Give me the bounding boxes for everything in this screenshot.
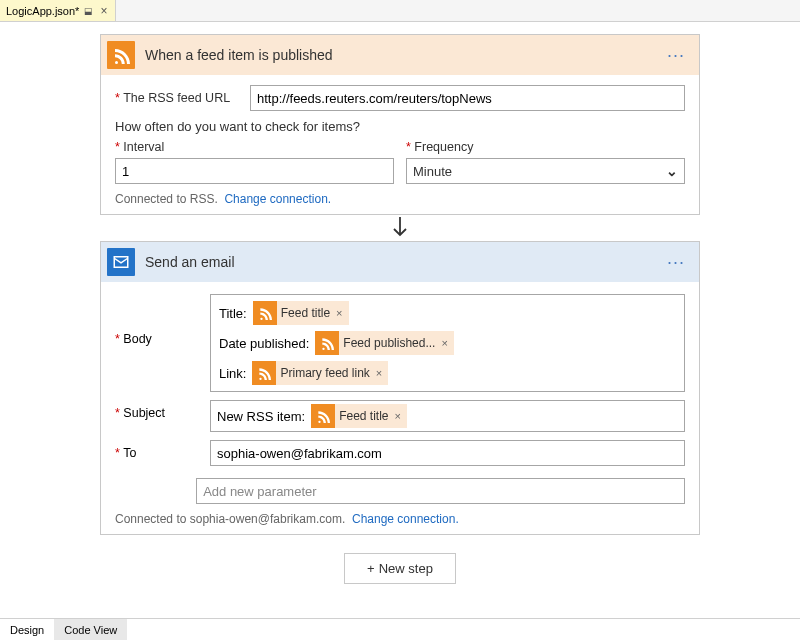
action-card: Send an email ··· * Body Title: Feed tit… [100, 241, 700, 535]
rss-icon [311, 404, 335, 428]
rss-icon [315, 331, 339, 355]
trigger-title: When a feed item is published [145, 47, 663, 63]
rss-icon [107, 41, 135, 69]
close-icon[interactable]: × [98, 4, 109, 18]
to-label: * To [115, 440, 210, 460]
token-primary-feed-link[interactable]: Primary feed link × [252, 361, 388, 385]
action-connection-status: Connected to sophia-owen@fabrikam.com. C… [115, 512, 685, 526]
interval-input[interactable] [115, 158, 394, 184]
trigger-header[interactable]: When a feed item is published ··· [101, 35, 699, 75]
connector-arrow [390, 215, 410, 241]
token-remove-icon[interactable]: × [395, 410, 401, 422]
frequency-value: Minute [413, 164, 452, 179]
tab-code-view[interactable]: Code View [54, 619, 127, 640]
how-often-label: How often do you want to check for items… [115, 119, 685, 134]
new-step-button[interactable]: +New step [344, 553, 456, 584]
subject-prefix: New RSS item: [217, 409, 305, 424]
interval-label: * Interval [115, 140, 394, 154]
rss-icon [252, 361, 276, 385]
action-header[interactable]: Send an email ··· [101, 242, 699, 282]
file-tab-title: LogicApp.json* [6, 5, 79, 17]
trigger-menu-button[interactable]: ··· [663, 45, 689, 66]
body-input[interactable]: Title: Feed title × Date published: Feed… [210, 294, 685, 392]
trigger-connection-status: Connected to RSS. Change connection. [115, 192, 685, 206]
pin-icon[interactable]: ⬓ [84, 6, 93, 16]
body-label: * Body [115, 294, 210, 346]
feed-url-label: * The RSS feed URL [115, 91, 240, 105]
body-date-prefix: Date published: [219, 336, 309, 351]
subject-input[interactable]: New RSS item: Feed title × [210, 400, 685, 432]
subject-label: * Subject [115, 400, 210, 420]
outlook-icon [107, 248, 135, 276]
add-parameter-select[interactable]: Add new parameter [196, 478, 685, 504]
tab-design[interactable]: Design [0, 619, 54, 640]
to-input[interactable] [210, 440, 685, 466]
designer-stage: When a feed item is published ··· * The … [0, 22, 800, 618]
token-feed-published[interactable]: Feed published... × [315, 331, 454, 355]
token-remove-icon[interactable]: × [441, 337, 447, 349]
token-feed-title[interactable]: Feed title × [253, 301, 349, 325]
trigger-change-connection-link[interactable]: Change connection. [224, 192, 331, 206]
frequency-label: * Frequency [406, 140, 685, 154]
rss-icon [253, 301, 277, 325]
token-feed-title-subject[interactable]: Feed title × [311, 404, 407, 428]
body-title-prefix: Title: [219, 306, 247, 321]
body-link-prefix: Link: [219, 366, 246, 381]
action-change-connection-link[interactable]: Change connection. [352, 512, 459, 526]
file-tab[interactable]: LogicApp.json* ⬓ × [0, 0, 116, 21]
feed-url-input[interactable] [250, 85, 685, 111]
trigger-card: When a feed item is published ··· * The … [100, 34, 700, 215]
token-remove-icon[interactable]: × [336, 307, 342, 319]
plus-icon: + [367, 561, 375, 576]
token-remove-icon[interactable]: × [376, 367, 382, 379]
frequency-select[interactable]: Minute ⌄ [406, 158, 685, 184]
chevron-down-icon: ⌄ [666, 163, 678, 179]
action-menu-button[interactable]: ··· [663, 252, 689, 273]
action-title: Send an email [145, 254, 663, 270]
